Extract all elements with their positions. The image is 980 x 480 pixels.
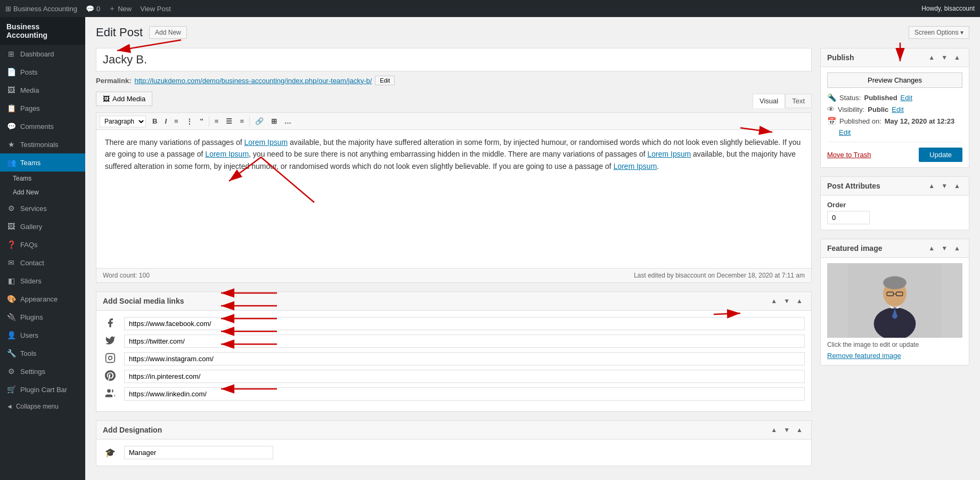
add-media-button[interactable]: 🖼 Add Media [96,92,152,106]
designation-input[interactable] [124,446,273,459]
sidebar-item-faqs[interactable]: ❓ FAQs [0,235,85,254]
preview-changes-button[interactable]: Preview Changes [827,72,962,88]
view-post-link[interactable]: View Post [140,5,171,13]
desig-collapse-toggle[interactable]: ▲ [794,425,805,435]
right-sidebar: Publish ▲ ▼ ▲ Preview Changes 🔦 Status: … [820,48,969,475]
pinterest-input[interactable] [124,370,805,383]
posts-icon: 📄 [6,68,16,76]
instagram-input[interactable] [124,352,805,365]
post-title-input[interactable] [96,48,812,71]
sidebar-item-appearance[interactable]: 🎨 Appearance [0,290,85,308]
remove-featured-image-link[interactable]: Remove featured image [827,352,901,360]
social-row-pinterest [103,370,805,383]
permalink-label: Permalink: [96,77,131,85]
screen-options-button[interactable]: Screen Options ▾ [909,26,969,39]
link-button[interactable]: 🔗 [252,115,267,127]
attr-collapse-toggle[interactable]: ▲ [952,181,962,191]
sidebar-sub-add-new[interactable]: Add New [0,185,85,199]
editor-content: There are many variations of passages of… [105,136,803,172]
sidebar-item-plugin-cart-bar[interactable]: 🛒 Plugin Cart Bar [0,380,85,398]
sidebar-item-tools[interactable]: 🔧 Tools [0,344,85,362]
order-input[interactable] [827,211,870,224]
status-edit-link[interactable]: Edit [901,94,912,102]
format-select[interactable]: Paragraph Heading 1 Heading 2 [100,116,146,127]
social-row-facebook [103,317,805,330]
align-left-button[interactable]: ≡ [211,115,222,127]
sidebar-item-contact[interactable]: ✉ Contact [0,254,85,272]
sidebar-item-users[interactable]: 👤 Users [0,326,85,344]
sidebar-label-comments: Comments [20,123,54,131]
sidebar-label-testimonials: Testimonials [20,141,59,149]
tab-text[interactable]: Text [785,94,812,108]
sidebar-item-settings[interactable]: ⚙ Settings [0,362,85,380]
linkedin-input[interactable] [124,387,805,401]
media-upload-icon: 🖼 [103,95,110,103]
feat-collapse-toggle[interactable]: ▲ [952,243,962,253]
desig-collapse-up[interactable]: ▲ [769,425,779,435]
social-collapse-toggle[interactable]: ▲ [794,296,805,306]
sidebar-item-plugins[interactable]: 🔌 Plugins [0,308,85,326]
attr-collapse-down[interactable]: ▼ [939,181,950,191]
status-label: Status: [839,94,861,102]
designation-row: 🎓 [103,446,805,459]
status-icon: 🔦 [827,93,836,102]
publish-collapse-up[interactable]: ▲ [926,53,937,62]
sidebar-item-testimonials[interactable]: ★ Testimonials [0,135,85,153]
gallery-icon: 🖼 [6,222,16,231]
tab-visual[interactable]: Visual [753,94,785,108]
feat-collapse-down[interactable]: ▼ [939,243,950,253]
sidebar-item-teams[interactable]: 👥 Teams [0,153,85,172]
align-center-button[interactable]: ☰ [223,115,235,127]
editor-area[interactable]: There are many variations of passages of… [96,130,812,269]
desig-collapse-down[interactable]: ▼ [781,425,792,435]
more-button[interactable]: … [281,115,295,127]
social-collapse-down[interactable]: ▼ [781,296,792,306]
publish-collapse-toggle[interactable]: ▲ [952,53,962,62]
permalink-edit-button[interactable]: Edit [375,76,395,85]
sidebar-item-pages[interactable]: 📋 Pages [0,99,85,117]
designation-metabox: Add Designation ▲ ▼ ▲ 🎓 [96,420,812,466]
move-to-trash-link[interactable]: Move to Trash [827,151,871,159]
post-attributes-title: Post Attributes [827,182,880,190]
new-content-link[interactable]: ＋ New [109,4,132,13]
site-name-link[interactable]: ⊞ Business Accounting [5,5,77,13]
comments-link[interactable]: 💬 0 [86,5,100,13]
sidebar: Business Accounting ⊞ Dashboard 📄 Posts … [0,17,85,480]
social-collapse-up[interactable]: ▲ [769,296,779,306]
published-edit-link[interactable]: Edit [839,128,851,136]
align-right-button[interactable]: ≡ [236,115,247,127]
plus-icon: ＋ [109,4,116,13]
sidebar-label-pages: Pages [20,104,40,112]
update-button[interactable]: Update [919,148,962,162]
permalink-url[interactable]: http://luzukdemo.com/demo/business-accou… [134,77,372,85]
twitter-input[interactable] [124,335,805,348]
post-attributes-body: Order [821,196,969,230]
bold-button[interactable]: B [149,115,160,127]
sidebar-item-services[interactable]: ⚙ Services [0,199,85,217]
publish-collapse-down[interactable]: ▼ [939,53,950,62]
sidebar-item-gallery[interactable]: 🖼 Gallery [0,217,85,235]
editor-footer: Word count: 100 Last edited by bisaccoun… [96,269,812,283]
visibility-edit-link[interactable]: Edit [892,105,903,113]
page-title: Edit Post [96,26,143,39]
facebook-input[interactable] [124,317,805,330]
collapse-menu-btn[interactable]: ◄ Collapse menu [0,398,85,414]
sidebar-item-comments[interactable]: 💬 Comments [0,117,85,135]
sidebar-item-dashboard[interactable]: ⊞ Dashboard [0,45,85,63]
social-media-body [96,311,811,411]
unordered-list-button[interactable]: ≡ [171,115,182,127]
attr-collapse-up[interactable]: ▲ [926,181,937,191]
sidebar-item-sliders[interactable]: ◧ Sliders [0,272,85,290]
linkedin-icon [103,388,118,401]
featured-image-thumbnail[interactable] [827,263,962,338]
sidebar-item-posts[interactable]: 📄 Posts [0,63,85,81]
blockquote-button[interactable]: " [197,115,207,127]
italic-button[interactable]: I [161,115,170,127]
word-count-value: 100 [139,272,150,279]
add-new-button[interactable]: Add New [149,26,187,39]
feat-collapse-up[interactable]: ▲ [926,243,937,253]
sidebar-item-media[interactable]: 🖼 Media [0,81,85,99]
ordered-list-button[interactable]: ⋮ [183,115,196,127]
sidebar-sub-teams[interactable]: Teams [0,172,85,185]
table-button[interactable]: ⊞ [268,115,280,127]
